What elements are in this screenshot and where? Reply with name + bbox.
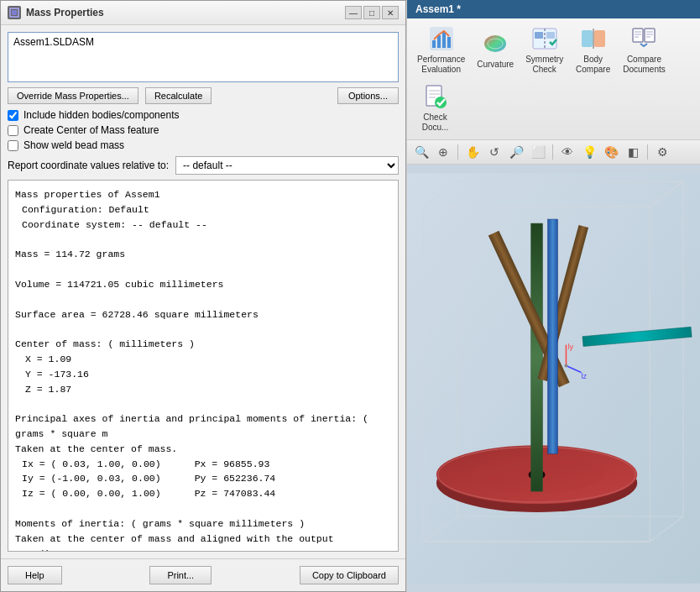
toolbar-symmetry-check[interactable]: SymmetryCheck — [520, 22, 568, 78]
iz-line: Iz = ( 0.00, 0.00, 1.00) — [22, 486, 161, 501]
create-center-label: Create Center of Mass feature — [24, 124, 159, 136]
compare-documents-label: CompareDocuments — [623, 55, 666, 75]
file-name: Assem1.SLDASM — [13, 36, 94, 48]
ix-line: Ix = ( 0.03, 1.00, 0.00) — [22, 457, 161, 472]
surface-area-line: Surface area = 62728.46 square millimete… — [15, 307, 391, 322]
search-icon[interactable]: 🔍 — [412, 143, 431, 161]
cy-line: Y = -173.16 — [15, 367, 391, 382]
svg-rect-5 — [442, 32, 446, 48]
coordinate-system-line: Coordinate system: -- default -- — [15, 217, 391, 233]
mass-properties-dialog: Mass Properties — □ ✕ Assem1.SLDASM Over… — [0, 0, 406, 592]
top-buttons: Override Mass Properties... Recalculate … — [8, 87, 399, 104]
body-compare-icon — [580, 25, 607, 52]
body-compare-label: BodyCompare — [576, 55, 610, 75]
recalculate-button[interactable]: Recalculate — [145, 87, 212, 104]
volume-line: Volume = 114721.05 cubic millimeters — [15, 277, 391, 292]
results-header: Mass properties of Assem1 — [15, 187, 391, 202]
svg-rect-12 — [546, 32, 555, 39]
cz-line: Z = 1.87 — [15, 382, 391, 397]
section-icon[interactable]: ◧ — [624, 143, 642, 161]
create-center-checkbox[interactable] — [8, 125, 18, 136]
symmetry-check-label: SymmetryCheck — [525, 55, 563, 75]
coord-row: Report coordinate values relative to: --… — [8, 156, 399, 175]
override-mass-properties-button[interactable]: Override Mass Properties... — [8, 87, 138, 104]
solidworks-title-bar: Assem1 * — [407, 0, 700, 18]
help-button[interactable]: Help — [8, 566, 62, 584]
moments1-header: Moments of inertia: ( grams * square mil… — [15, 516, 391, 532]
file-selector[interactable]: Assem1.SLDASM — [8, 32, 399, 82]
coord-label: Report coordinate values relative to: — [8, 160, 169, 171]
checkboxes: Include hidden bodies/components Create … — [8, 109, 399, 151]
show-weld-checkbox[interactable] — [8, 140, 18, 151]
svg-rect-3 — [432, 40, 436, 48]
svg-text:lz: lz — [581, 372, 587, 380]
symmetry-check-icon — [531, 25, 558, 52]
check-document-label: CheckDocu... — [422, 113, 449, 133]
zoom-icon[interactable]: 🔎 — [507, 143, 525, 161]
maximize-button[interactable]: □ — [363, 6, 380, 19]
principal-left: Ix = ( 0.03, 1.00, 0.00) Iy = (-1.00, 0.… — [22, 457, 161, 501]
toolbar-curvature[interactable]: Curvature — [472, 27, 519, 73]
include-hidden-row[interactable]: Include hidden bodies/components — [8, 109, 399, 121]
svg-rect-13 — [582, 30, 593, 47]
assembly-title: Assem1 * — [415, 3, 461, 15]
svg-rect-46 — [531, 223, 543, 491]
toolbar-divider-1 — [457, 144, 458, 160]
pz-line: Pz = 747083.44 — [195, 486, 276, 501]
toolbar-check-document[interactable]: CheckDocu... — [412, 80, 458, 136]
svg-rect-20 — [645, 29, 655, 42]
svg-rect-11 — [535, 32, 543, 39]
iy-line: Iy = (-1.00, 0.03, 0.00) — [22, 471, 161, 486]
principal-header: Principal axes of inertia and principal … — [15, 411, 391, 442]
display-icon[interactable]: ⬜ — [529, 143, 547, 161]
toolbar-divider-2 — [552, 144, 553, 160]
rotate-icon[interactable]: ↺ — [485, 143, 504, 161]
appearance-icon[interactable]: 🎨 — [602, 143, 620, 161]
title-bar: Mass Properties — □ ✕ — [1, 1, 405, 25]
include-hidden-checkbox[interactable] — [8, 110, 18, 121]
minimize-button[interactable]: — — [345, 6, 362, 19]
compare-documents-icon — [630, 25, 657, 52]
coord-select[interactable]: -- default -- — [175, 156, 399, 175]
performance-evaluation-label: PerformanceEvaluation — [417, 55, 465, 75]
check-document-icon — [422, 83, 449, 110]
close-button[interactable]: ✕ — [382, 6, 399, 19]
copy-to-clipboard-button[interactable]: Copy to Clipboard — [300, 566, 399, 584]
principal-right: Px = 96855.93 Py = 652236.74 Pz = 747083… — [195, 457, 276, 501]
principal-sub: Taken at the center of mass. — [15, 442, 391, 457]
options-button[interactable]: Options... — [337, 87, 399, 104]
window-controls: — □ ✕ — [345, 6, 399, 19]
dialog-title: Mass Properties — [26, 7, 104, 18]
mass-line: Mass = 114.72 grams — [15, 247, 391, 262]
dialog-icon — [8, 6, 21, 19]
toolbar-body-compare[interactable]: BodyCompare — [570, 22, 616, 78]
include-hidden-label: Include hidden bodies/components — [24, 109, 179, 121]
print-button[interactable]: Print... — [149, 566, 212, 584]
center-of-mass-header: Center of mass: ( millimeters ) — [15, 337, 391, 352]
create-center-row[interactable]: Create Center of Mass feature — [8, 124, 399, 136]
curvature-label: Curvature — [477, 60, 514, 70]
dialog-body: Assem1.SLDASM Override Mass Properties..… — [1, 25, 405, 558]
svg-rect-1 — [12, 10, 17, 15]
lights-icon[interactable]: 💡 — [580, 143, 598, 161]
configuration-line: Configuration: Default — [15, 202, 391, 217]
zoom-fit-icon[interactable]: ⊕ — [434, 143, 452, 161]
dialog-footer: Help Print... Copy to Clipboard — [1, 558, 405, 591]
svg-text:ly: ly — [567, 343, 573, 351]
svg-rect-14 — [594, 30, 605, 47]
toolbar-performance-evaluation[interactable]: PerformanceEvaluation — [412, 22, 470, 78]
toolbar-compare-documents[interactable]: CompareDocuments — [618, 22, 671, 78]
show-weld-row[interactable]: Show weld bead mass — [8, 139, 399, 151]
assembly-canvas[interactable]: ly lz — [407, 165, 700, 592]
py-line: Py = 652236.74 — [195, 471, 276, 486]
settings-icon[interactable]: ⚙ — [653, 143, 671, 161]
toolbar-divider-3 — [647, 144, 648, 160]
secondary-toolbar: 🔍 ⊕ ✋ ↺ 🔎 ⬜ 👁 💡 🎨 ◧ ⚙ — [407, 140, 700, 165]
moments1-sub: Taken at the center of mass and aligned … — [15, 532, 391, 552]
solidworks-viewport: Assem1 * PerformanceEvaluation — [406, 0, 700, 592]
cx-line: X = 1.09 — [15, 352, 391, 367]
pan-icon[interactable]: ✋ — [463, 143, 482, 161]
view-icon[interactable]: 👁 — [558, 143, 577, 161]
svg-rect-16 — [633, 29, 643, 42]
svg-rect-6 — [447, 37, 451, 48]
